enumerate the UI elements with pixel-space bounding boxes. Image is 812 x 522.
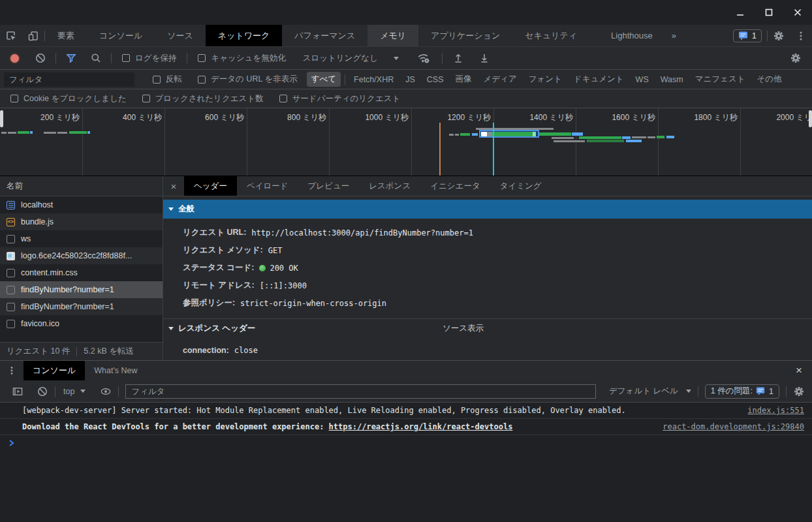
- tab-response[interactable]: レスポンス: [359, 176, 420, 196]
- tab-payload[interactable]: ペイロード: [237, 176, 298, 196]
- preserve-log-checkbox[interactable]: ログを保持: [122, 53, 176, 64]
- hide-data-urls-checkbox[interactable]: データの URL を非表示: [198, 74, 298, 85]
- filter-type-css[interactable]: CSS: [422, 73, 448, 86]
- tab-console[interactable]: コンソール: [87, 25, 155, 46]
- issues-counter-button[interactable]: 1: [733, 29, 762, 42]
- message-link[interactable]: https://reactjs.org/link/react-devtools: [329, 422, 513, 431]
- tab-sources[interactable]: ソース: [155, 25, 206, 46]
- filter-type-font[interactable]: フォント: [524, 72, 567, 87]
- window-close-button[interactable]: [792, 7, 803, 18]
- search-icon[interactable]: [91, 53, 101, 63]
- request-row-findbynumber-selected[interactable]: findByNumber?number=1: [0, 281, 163, 298]
- console-filter-input[interactable]: [125, 384, 596, 399]
- message-source-link[interactable]: index.js:551: [747, 406, 804, 415]
- header-value: http://localhost:3000/api/findByNumber?n…: [251, 228, 473, 238]
- filter-type-fetch[interactable]: Fetch/XHR: [349, 73, 398, 86]
- request-details-panel: × ヘッダー ペイロード プレビュー レスポンス イニシエータ タイミング 全般…: [163, 176, 812, 360]
- more-tabs-button[interactable]: »: [665, 25, 683, 46]
- request-count: リクエスト 10 件: [7, 346, 70, 357]
- network-filter-bar: 反転 データの URL を非表示 すべて Fetch/XHR JS CSS 画像…: [0, 70, 812, 89]
- live-expression-eye-icon[interactable]: [101, 386, 111, 397]
- third-party-checkbox[interactable]: サードパーティのリクエスト: [279, 93, 401, 104]
- context-value: top: [63, 387, 74, 396]
- tab-timing[interactable]: タイミング: [490, 176, 552, 196]
- drawer-tab-console[interactable]: コンソール: [23, 361, 85, 380]
- view-source-button[interactable]: ソース表示: [443, 323, 484, 334]
- throttling-dropdown[interactable]: スロットリングなし: [303, 53, 399, 64]
- request-row-localhost[interactable]: localhost: [0, 196, 163, 213]
- tab-preview[interactable]: プレビュー: [298, 176, 360, 196]
- kebab-menu-icon[interactable]: [790, 25, 812, 46]
- column-header-name[interactable]: 名前: [0, 176, 163, 196]
- blocked-requests-checkbox[interactable]: ブロックされたリクエスト数: [142, 93, 264, 104]
- tab-security[interactable]: セキュリティ: [512, 25, 589, 46]
- close-details-icon[interactable]: ×: [163, 176, 184, 196]
- checkbox: [198, 54, 206, 62]
- request-row-ws[interactable]: ws: [0, 230, 163, 247]
- console-settings-gear-icon[interactable]: [794, 386, 804, 397]
- device-toolbar-icon[interactable]: [22, 25, 44, 46]
- request-row-bundle[interactable]: <>bundle.js: [0, 213, 163, 230]
- request-row-css[interactable]: content.min.css: [0, 264, 163, 281]
- filter-type-doc[interactable]: ドキュメント: [569, 72, 629, 87]
- issues-button[interactable]: 1 件の問題: 1: [705, 384, 779, 399]
- export-har-icon[interactable]: [479, 53, 490, 63]
- filter-type-other[interactable]: その他: [752, 72, 786, 87]
- tab-performance[interactable]: パフォーマンス: [282, 25, 367, 46]
- filter-type-img[interactable]: 画像: [451, 72, 476, 87]
- filter-type-all[interactable]: すべて: [307, 72, 341, 87]
- network-conditions-icon[interactable]: [417, 53, 430, 63]
- window-minimize-button[interactable]: [735, 7, 745, 18]
- blocked-requests-label: ブロックされたリクエスト数: [155, 93, 264, 104]
- header-label: connection:: [183, 346, 229, 355]
- generic-file-icon: [7, 235, 15, 243]
- console-sidebar-icon[interactable]: [12, 386, 23, 397]
- log-level-dropdown[interactable]: デフォルト レベル: [609, 386, 691, 397]
- overview-time-label: 1600 ミリ秒: [576, 112, 655, 123]
- message-source-link[interactable]: react-dom.development.js:29840: [663, 422, 804, 431]
- close-drawer-icon[interactable]: ×: [786, 361, 812, 380]
- network-filter-input[interactable]: [4, 72, 134, 87]
- console-prompt[interactable]: [0, 435, 812, 451]
- tab-initiator[interactable]: イニシエータ: [420, 176, 490, 196]
- tab-network[interactable]: ネットワーク: [206, 25, 283, 46]
- filter-type-manifest[interactable]: マニフェスト: [691, 72, 750, 87]
- request-row-findbynumber[interactable]: findByNumber?number=1: [0, 298, 163, 315]
- disable-cache-checkbox[interactable]: キャッシュを無効化: [198, 53, 285, 64]
- filter-type-ws[interactable]: WS: [631, 73, 653, 86]
- request-row-favicon[interactable]: favicon.ico: [0, 315, 163, 332]
- network-overview[interactable]: 200 ミリ秒400 ミリ秒600 ミリ秒800 ミリ秒1000 ミリ秒1200…: [0, 108, 812, 176]
- window-maximize-button[interactable]: [764, 7, 774, 18]
- request-row-logo[interactable]: logo.6ce24c58023cc2f8fd88f...: [0, 247, 163, 264]
- tab-memory[interactable]: メモリ: [367, 25, 418, 46]
- tab-elements[interactable]: 要素: [45, 25, 87, 46]
- waterfall-bar: [657, 136, 664, 138]
- record-button[interactable]: [10, 54, 19, 63]
- selected-request-waterfall-bar[interactable]: [479, 130, 539, 138]
- generic-file-icon: [7, 286, 15, 294]
- import-har-icon[interactable]: [453, 53, 463, 63]
- tab-application[interactable]: アプリケーション: [418, 25, 512, 46]
- filter-type-wasm[interactable]: Wasm: [656, 73, 688, 86]
- clear-console-icon[interactable]: [37, 386, 48, 397]
- tab-lighthouse[interactable]: Lighthouse: [599, 25, 665, 46]
- tab-headers[interactable]: ヘッダー: [184, 176, 237, 196]
- clear-network-log-icon[interactable]: [35, 53, 46, 63]
- checkbox: [279, 95, 287, 102]
- filter-type-js[interactable]: JS: [401, 73, 420, 86]
- context-selector[interactable]: top: [63, 387, 86, 396]
- settings-gear-icon[interactable]: [768, 25, 790, 46]
- drawer-tab-whats-new[interactable]: What's New: [85, 361, 146, 380]
- blocked-cookies-checkbox[interactable]: Cookie をブロックしました: [10, 93, 127, 104]
- response-headers-section-header[interactable]: レスポンス ヘッダーソース表示: [163, 318, 812, 337]
- filter-type-media[interactable]: メディア: [479, 72, 522, 87]
- network-settings-gear-icon[interactable]: [790, 53, 801, 63]
- general-section-header[interactable]: 全般: [163, 200, 812, 219]
- invert-checkbox[interactable]: 反転: [153, 74, 182, 85]
- header-label: ステータス コード:: [183, 262, 254, 273]
- filter-funnel-icon[interactable]: [66, 53, 76, 63]
- issues-count: 1: [769, 387, 773, 396]
- drawer-kebab-menu-icon[interactable]: [0, 361, 23, 380]
- header-value: close: [234, 346, 258, 355]
- inspect-element-icon[interactable]: [0, 25, 22, 46]
